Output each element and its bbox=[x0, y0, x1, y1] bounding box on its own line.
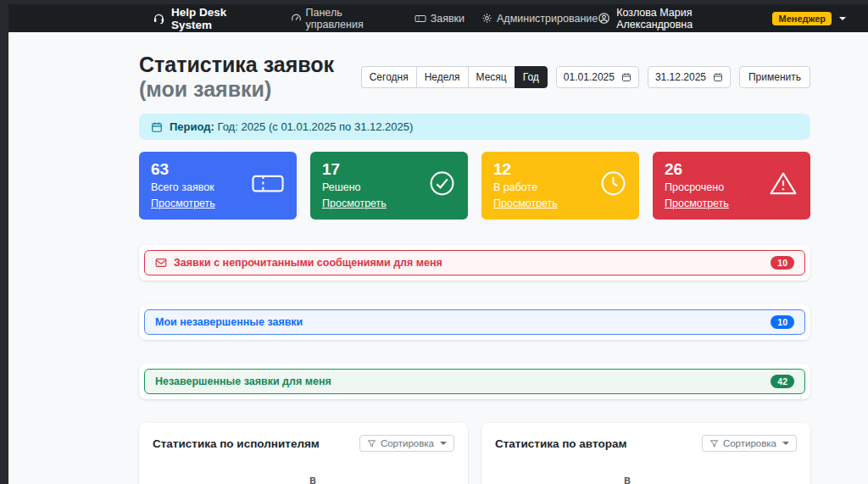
period-controls: Сегодня Неделя Месяц Год 01.01.2025 bbox=[361, 66, 810, 88]
panel-unread-messages-card: Заявки с непрочитанными сообщениями для … bbox=[139, 245, 810, 281]
calendar-icon bbox=[151, 121, 163, 133]
column-header: ЧЕРНОВИКИ bbox=[665, 472, 728, 484]
column-header: ВСЕГО bbox=[542, 472, 578, 484]
panel-unread-messages-toggle[interactable]: Заявки с непрочитанными сообщениями для … bbox=[144, 250, 805, 275]
period-week-button[interactable]: Неделя bbox=[416, 66, 468, 88]
nav-item-label: Администрирование bbox=[497, 13, 598, 25]
authors-table: АВТОР ВСЕГО РЕШЕНО В РАБОТЕ ЧЕРНОВИКИ АК… bbox=[495, 472, 797, 484]
calendar-icon[interactable] bbox=[621, 72, 632, 82]
stat-card-overdue: 26 Просрочено Просмотреть bbox=[653, 152, 810, 220]
date-to-value: 31.12.2025 bbox=[655, 71, 706, 83]
stat-card-in-progress: 12 В работе Просмотреть bbox=[481, 152, 639, 220]
column-header: АВТОР bbox=[495, 472, 542, 484]
column-header: В РАБОТЕ bbox=[309, 472, 351, 484]
nav-item-label: Панель управления bbox=[306, 7, 398, 31]
count-badge: 42 bbox=[771, 375, 794, 388]
period-year-button[interactable]: Год bbox=[515, 66, 548, 88]
statistics-tables: Статистика по исполнителям Сортировка bbox=[139, 423, 810, 484]
view-link[interactable]: Просмотреть bbox=[493, 197, 558, 209]
period-alert: Период: Год: 2025 (с 01.01.2025 по 31.12… bbox=[139, 114, 810, 140]
person-circle-icon bbox=[598, 12, 610, 25]
column-header: ВСЕГО bbox=[229, 472, 264, 484]
panel-open-tickets-for-me-card: Незавершенные заявки для меня 42 bbox=[139, 364, 810, 399]
table-title: Статистика по исполнителям bbox=[153, 437, 320, 450]
count-badge: 10 bbox=[771, 256, 794, 270]
column-header: ПРОСРОЧЕНО bbox=[351, 472, 421, 484]
ticket-icon bbox=[415, 14, 426, 24]
period-button-group: Сегодня Неделя Месяц Год bbox=[361, 66, 548, 88]
page-header: Статистика заявок (мои заявки) Сегодня Н… bbox=[139, 53, 810, 102]
stat-card-total: 63 Всего заявок Просмотреть bbox=[139, 152, 297, 220]
column-header: РЕШЕНО bbox=[264, 472, 310, 484]
column-header: РЕШЕНО bbox=[578, 472, 624, 484]
table-title: Статистика по авторам bbox=[495, 437, 626, 450]
panel-label: Незавершенные заявки для меня bbox=[155, 376, 331, 387]
count-badge: 10 bbox=[771, 315, 794, 329]
chevron-down-icon bbox=[839, 17, 846, 20]
ticket-icon bbox=[251, 171, 285, 197]
period-month-button[interactable]: Месяц bbox=[468, 66, 515, 88]
page-subtitle: (мои заявки) bbox=[139, 77, 271, 101]
speedometer-icon bbox=[291, 13, 302, 24]
sort-label: Сортировка bbox=[381, 438, 434, 448]
date-from-input[interactable]: 01.01.2025 bbox=[556, 66, 639, 88]
period-alert-label: Период: bbox=[170, 120, 214, 133]
period-today-button[interactable]: Сегодня bbox=[361, 66, 416, 88]
funnel-icon bbox=[367, 439, 376, 448]
clock-icon bbox=[599, 170, 627, 197]
panel-label: Заявки с непрочитанными сообщениями для … bbox=[174, 257, 442, 269]
date-from-value: 01.01.2025 bbox=[564, 71, 615, 83]
brand[interactable]: Help Desk System bbox=[153, 6, 269, 31]
executors-stats-card: Статистика по исполнителям Сортировка bbox=[139, 423, 468, 484]
brand-label: Help Desk System bbox=[171, 6, 269, 31]
nav-item-tickets[interactable]: Заявки bbox=[415, 13, 465, 25]
nav-item-dashboard[interactable]: Панель управления bbox=[291, 7, 398, 31]
column-header: АКТИВНОСТЬ bbox=[728, 472, 797, 484]
user-name: Козлова Мария Александровна bbox=[616, 7, 766, 31]
headset-icon bbox=[153, 12, 165, 25]
page-title: Статистика заявок (мои заявки) bbox=[139, 53, 361, 102]
executors-table: ИСПОЛНИТЕЛЬ ВСЕГО РЕШЕНО В РАБОТЕ ПРОСРО… bbox=[153, 472, 512, 484]
user-menu[interactable]: Козлова Мария Александровна Менеджер bbox=[598, 7, 846, 31]
check-circle-icon bbox=[428, 170, 456, 197]
view-link[interactable]: Просмотреть bbox=[322, 197, 387, 209]
chevron-down-icon bbox=[782, 442, 789, 445]
sort-dropdown[interactable]: Сортировка bbox=[359, 435, 454, 452]
column-header: ИСПОЛНИТЕЛЬ bbox=[153, 472, 229, 484]
authors-stats-card: Статистика по авторам Сортировка bbox=[481, 423, 810, 484]
view-link[interactable]: Просмотреть bbox=[151, 197, 215, 209]
stat-cards: 63 Всего заявок Просмотреть 17 Решено Пр… bbox=[139, 152, 810, 220]
view-link[interactable]: Просмотреть bbox=[665, 197, 729, 209]
nav-item-admin[interactable]: Администрирование bbox=[481, 13, 598, 25]
apply-button[interactable]: Применить bbox=[739, 66, 810, 88]
app-window: Help Desk System Панель управления bbox=[0, 0, 868, 484]
gear-icon bbox=[481, 13, 492, 24]
date-to-input[interactable]: 31.12.2025 bbox=[648, 66, 731, 88]
panel-my-open-tickets-card: Мои незавершенные заявки 10 bbox=[139, 304, 810, 340]
role-badge: Менеджер bbox=[772, 12, 832, 25]
sort-dropdown[interactable]: Сортировка bbox=[702, 435, 797, 452]
panel-my-open-tickets-toggle[interactable]: Мои незавершенные заявки 10 bbox=[144, 309, 805, 335]
stat-card-resolved: 17 Решено Просмотреть bbox=[310, 152, 468, 220]
panel-label: Мои незавершенные заявки bbox=[155, 316, 303, 328]
page-title-text: Статистика заявок bbox=[139, 53, 334, 76]
calendar-icon[interactable] bbox=[713, 72, 723, 82]
period-alert-value: Год: 2025 (с 01.01.2025 по 31.12.2025) bbox=[217, 120, 413, 133]
nav-item-label: Заявки bbox=[431, 13, 465, 25]
panel-open-tickets-for-me-toggle[interactable]: Незавершенные заявки для меня 42 bbox=[144, 369, 805, 394]
top-navbar: Help Desk System Панель управления bbox=[8, 4, 868, 32]
main-area: Статистика заявок (мои заявки) Сегодня Н… bbox=[8, 32, 868, 484]
period-alert-text: Период: Год: 2025 (с 01.01.2025 по 31.12… bbox=[170, 120, 413, 133]
exclamation-triangle-icon bbox=[768, 170, 798, 197]
chevron-down-icon bbox=[440, 442, 447, 445]
funnel-icon bbox=[709, 439, 719, 448]
envelope-icon bbox=[155, 258, 167, 268]
nav-links: Панель управления Заявки bbox=[291, 7, 598, 31]
sort-label: Сортировка bbox=[723, 438, 776, 448]
column-header: В РАБОТЕ bbox=[624, 472, 665, 484]
